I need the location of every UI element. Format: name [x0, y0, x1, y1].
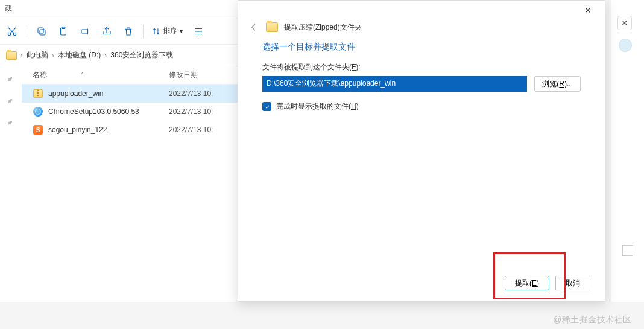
close-button[interactable]: ✕ [575, 1, 601, 19]
extract-dialog: ✕ 提取压缩(Zipped)文件夹 选择一个目标并提取文件 文件将被提取到这个文… [238, 0, 605, 302]
destination-path-input[interactable] [262, 76, 527, 92]
cancel-button[interactable]: 取消 [555, 276, 590, 290]
extract-button[interactable]: 提取(E) [505, 276, 549, 290]
file-date: 2022/7/13 10: [169, 107, 241, 116]
watermark: @稀土掘金技术社区 [553, 315, 632, 325]
share-icon[interactable] [97, 22, 116, 41]
show-files-label: 完成时显示提取的文件(H) [276, 101, 359, 112]
table-row[interactable]: Ssogou_pinyin_1222022/7/13 10: [22, 121, 241, 139]
back-button[interactable] [248, 21, 260, 33]
pin-icon [6, 95, 16, 106]
sort-label: 排序 [163, 26, 177, 36]
exe-icon [33, 107, 43, 117]
background-panel: ✕ [611, 0, 644, 302]
explorer-title: 载 [0, 0, 241, 18]
path-label: 文件将被提取到这个文件夹(F): [262, 62, 581, 72]
pin-icon [6, 74, 16, 84]
folder-icon [6, 51, 17, 60]
breadcrumb-item[interactable]: 360安全浏览器下载 [110, 50, 173, 60]
zip-icon [33, 89, 43, 98]
sogou-icon: S [33, 125, 43, 135]
explorer-toolbar: 排序 ▾ [0, 18, 241, 45]
paste-icon[interactable] [54, 22, 73, 41]
pin-icon [6, 117, 16, 127]
toolbar-divider [143, 25, 144, 38]
zip-folder-icon [266, 22, 278, 32]
column-headers[interactable]: 名称˄ 修改日期 [22, 66, 241, 85]
file-list: 名称˄ 修改日期 appuploader_win2022/7/13 10:Chr… [22, 66, 241, 302]
breadcrumb-item[interactable]: 此电脑 [27, 50, 48, 60]
background-checkbox [622, 245, 633, 256]
file-explorer-window: 载 排序 ▾ › 此电脑 › 本地磁盘 (D:) › 360安全浏览器下载 [0, 0, 241, 302]
cut-icon[interactable] [2, 22, 22, 41]
file-name: ChromeSetup103.0.5060.53 [48, 107, 139, 116]
rename-icon[interactable] [75, 22, 95, 41]
col-date-header[interactable]: 修改日期 [169, 70, 241, 80]
breadcrumb-item[interactable]: 本地磁盘 (D:) [58, 50, 101, 60]
dialog-heading: 选择一个目标并提取文件 [262, 42, 581, 53]
breadcrumb[interactable]: › 此电脑 › 本地磁盘 (D:) › 360安全浏览器下载 [0, 45, 241, 66]
browse-button[interactable]: 浏览(R)... [534, 76, 581, 92]
background-close-button[interactable]: ✕ [617, 16, 632, 30]
col-name-header[interactable]: 名称 [33, 70, 47, 80]
sort-button[interactable]: 排序 ▾ [148, 24, 186, 39]
toolbar-divider [27, 25, 27, 38]
file-date: 2022/7/13 10: [169, 89, 241, 98]
dialog-title: 提取压缩(Zipped)文件夹 [284, 22, 362, 33]
pin-column [0, 66, 22, 302]
delete-icon[interactable] [119, 22, 138, 41]
table-row[interactable]: ChromeSetup103.0.5060.532022/7/13 10: [22, 103, 241, 121]
file-name: sogou_pinyin_122 [48, 126, 107, 134]
svg-rect-2 [40, 30, 45, 35]
checkbox-checked-icon[interactable] [262, 102, 271, 111]
view-icon[interactable] [189, 22, 208, 41]
show-files-checkbox-row[interactable]: 完成时显示提取的文件(H) [262, 101, 581, 112]
background-badge [619, 39, 632, 52]
file-date: 2022/7/13 10: [169, 126, 241, 134]
svg-rect-6 [81, 30, 88, 33]
svg-rect-3 [38, 28, 43, 33]
table-row[interactable]: appuploader_win2022/7/13 10: [22, 85, 241, 103]
copy-icon[interactable] [32, 22, 51, 41]
file-name: appuploader_win [48, 89, 103, 98]
